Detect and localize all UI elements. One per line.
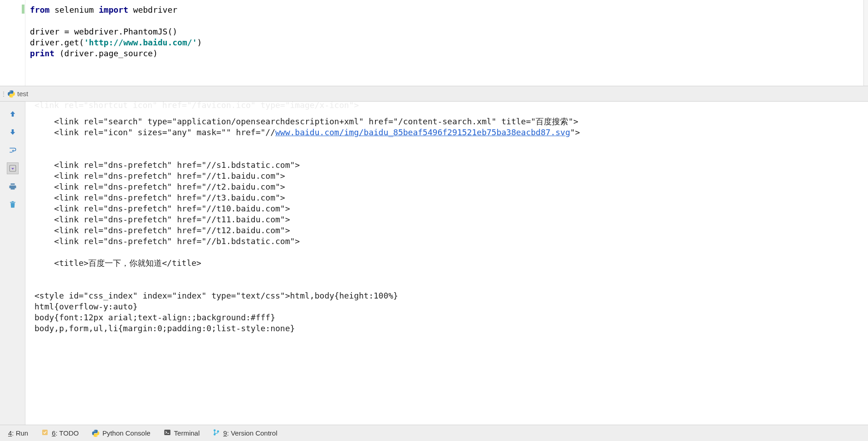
terminal-icon [163, 428, 171, 438]
output-line: <link rel="dns-prefetch" href="//t1.baid… [34, 171, 285, 181]
svg-point-3 [214, 429, 216, 431]
output-line: <style id="css_index" index="index" type… [34, 291, 398, 300]
tool-python-console[interactable]: Python Console [85, 425, 157, 441]
output-line: <link rel="dns-prefetch" href="//t12.bai… [34, 225, 290, 235]
output-line: <link rel="dns-prefetch" href="//t2.baid… [34, 182, 285, 191]
output-line: <link rel="icon" sizes="any" mask="" hre… [34, 127, 275, 137]
keyword-print: print [30, 49, 54, 58]
arrow-up-icon[interactable] [7, 108, 19, 120]
editor-scrollbar[interactable] [863, 0, 868, 86]
soft-wrap-icon[interactable] [7, 144, 19, 156]
output-pane: <link rel="shortcut icon" href="/favicon… [0, 102, 868, 425]
editor-gutter [0, 0, 25, 86]
output-line: <link rel="search" type="application/ope… [34, 117, 578, 126]
run-tab-bar: ⋮ test [0, 86, 868, 102]
output-line: <link rel="dns-prefetch" href="//s1.bdst… [34, 160, 300, 170]
gutter-change-marker [22, 5, 24, 14]
editor-pane: from selenium import webdriver driver = … [0, 0, 868, 86]
string-literal: 'http://www.baidu.com/' [84, 38, 197, 47]
code-editor[interactable]: from selenium import webdriver driver = … [25, 0, 863, 86]
keyword-from: from [30, 5, 49, 15]
tool-todo[interactable]: 6: TODO [34, 425, 85, 441]
output-line: html{overflow-y:auto} [34, 302, 138, 311]
print-icon[interactable] [7, 181, 19, 192]
tool-run[interactable]: 4: Run [2, 425, 34, 441]
console-output[interactable]: <link rel="shortcut icon" href="/favicon… [25, 102, 868, 425]
output-toolbar [0, 102, 25, 425]
tool-version-control[interactable]: 9: Version Control [206, 425, 283, 441]
tool-window-bar: 4: Run 6: TODO Python Console Terminal [0, 425, 868, 441]
run-tab-label[interactable]: test [15, 90, 28, 98]
scroll-to-end-icon[interactable] [7, 162, 19, 174]
output-line: body,p,form,ul,li{margin:0;padding:0;lis… [34, 323, 295, 333]
tool-terminal[interactable]: Terminal [157, 425, 206, 441]
arrow-down-icon[interactable] [7, 126, 19, 138]
python-icon [92, 429, 100, 437]
svg-point-5 [217, 431, 219, 433]
output-line: <link rel="dns-prefetch" href="//t3.baid… [34, 193, 285, 202]
keyword-import: import [99, 5, 128, 15]
trash-icon[interactable] [7, 199, 19, 211]
svg-rect-2 [164, 430, 171, 435]
todo-icon [41, 428, 49, 438]
output-line: <link rel="dns-prefetch" href="//t11.bai… [34, 215, 290, 224]
output-line: <link rel="dns-prefetch" href="//b1.bdst… [34, 236, 300, 246]
output-line-cutoff: <link rel="shortcut icon" href="/favicon… [34, 102, 859, 111]
branch-icon [212, 428, 220, 438]
ide-window: from selenium import webdriver driver = … [0, 0, 868, 441]
run-tab-handle[interactable]: ⋮ [0, 91, 7, 97]
output-line: body{font:12px arial;text-align:;backgro… [34, 313, 275, 322]
output-line: <link rel="dns-prefetch" href="//t10.bai… [34, 204, 290, 213]
python-icon [7, 90, 15, 98]
output-line: <title>百度一下，你就知道</title> [34, 258, 201, 268]
svg-rect-1 [42, 430, 48, 435]
output-hyperlink[interactable]: www.baidu.com/img/baidu_85beaf5496f29152… [275, 127, 570, 137]
